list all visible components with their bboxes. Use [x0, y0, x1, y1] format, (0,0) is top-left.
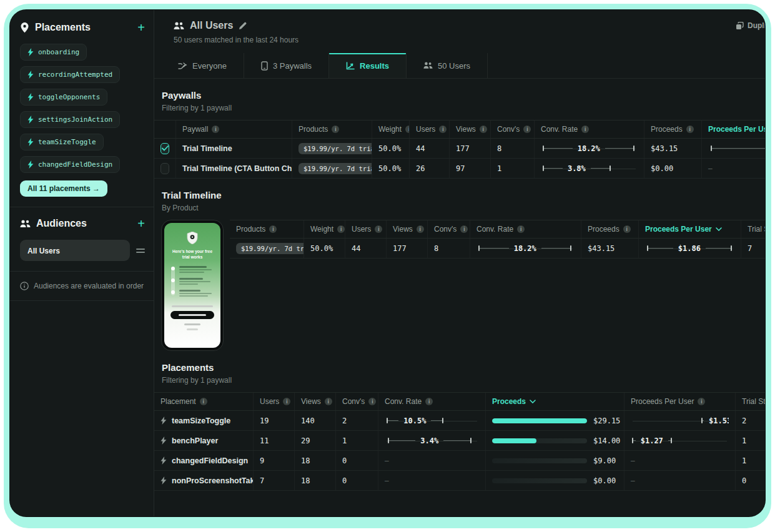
info-icon[interactable]: i — [480, 126, 487, 133]
table-row[interactable]: benchPlayer112913.4%$14.00$1.271 — [154, 431, 765, 451]
column-header[interactable]: Productsi — [292, 121, 372, 138]
table-cell: 2 — [735, 411, 765, 430]
table-cell: teamSizeToggle — [154, 411, 253, 430]
trial-steps — [169, 266, 215, 297]
table-cell: Trial Timeline — [175, 139, 292, 158]
info-icon[interactable]: i — [332, 126, 339, 133]
info-icon[interactable]: i — [417, 225, 424, 233]
column-header[interactable]: Conv. Ratei — [470, 220, 581, 238]
info-icon[interactable]: i — [698, 398, 705, 405]
placement-pill[interactable]: recordingAttempted — [20, 66, 120, 83]
split-icon — [178, 62, 187, 70]
column-header[interactable]: Usersi — [409, 121, 449, 138]
column-header[interactable]: Conv'si — [427, 220, 470, 238]
info-icon[interactable]: i — [686, 126, 694, 133]
info-icon[interactable]: i — [212, 126, 219, 133]
row-checkbox[interactable] — [160, 163, 169, 174]
placement-pill[interactable]: changedFieldDesign — [20, 156, 120, 173]
interval-value: 18.2% — [514, 244, 536, 253]
interval-value: 3.4% — [420, 436, 438, 445]
table-row[interactable]: $19.99/yr. 7d trial50.0%44177818.2%$43.1… — [230, 239, 765, 259]
table-cell: 18 — [294, 451, 335, 470]
column-header[interactable]: Proceeds Per User — [638, 220, 741, 238]
column-header[interactable]: Trial Starts — [741, 220, 765, 238]
add-placement-button[interactable]: + — [137, 21, 145, 34]
drag-handle-icon[interactable] — [136, 249, 145, 253]
column-header[interactable]: Weighti — [304, 220, 345, 238]
tab-results[interactable]: Results — [328, 53, 406, 78]
info-icon[interactable]: i — [283, 398, 290, 405]
tab-3-paywalls[interactable]: 3 Paywalls — [244, 53, 328, 78]
column-header-label: Proceeds — [492, 397, 526, 406]
column-header[interactable]: Viewsi — [294, 393, 335, 410]
info-icon[interactable]: i — [375, 225, 382, 233]
column-header[interactable]: Paywalli — [175, 121, 292, 138]
column-header[interactable]: Usersi — [253, 393, 294, 410]
all-placements-button[interactable]: All 11 placements → — [20, 180, 107, 197]
placement-pill[interactable]: teamSizeToggle — [20, 134, 104, 150]
info-icon[interactable]: i — [517, 225, 525, 233]
placement-pill-label: recordingAttempted — [38, 71, 112, 79]
column-header[interactable]: Conv'si — [335, 393, 378, 410]
column-header[interactable]: Viewsi — [449, 121, 490, 138]
column-header[interactable]: Usersi — [345, 220, 386, 238]
paywall-heading: Here's how your free trial works — [170, 249, 214, 260]
column-header[interactable]: Placementi — [154, 393, 253, 410]
table-row[interactable]: Trial Timeline$19.99/yr. 7d trial50.0%44… — [154, 139, 765, 159]
column-header[interactable]: Proceedsi — [581, 220, 638, 238]
column-header[interactable]: Proceedsi — [644, 121, 701, 138]
chevron-down-icon — [716, 227, 722, 231]
table-cell: Trial Timeline (CTA Button Change) — [175, 159, 292, 178]
column-header[interactable]: Trial Starts — [735, 393, 765, 410]
table-row[interactable]: nonProScreenshotTaken7180–$0.00–0 — [154, 471, 765, 491]
info-icon[interactable]: i — [368, 398, 376, 405]
column-header[interactable]: Conv. Ratei — [378, 393, 485, 410]
duplicate-button[interactable]: Duplicate — [736, 21, 765, 30]
cell-value: 2 — [342, 416, 347, 425]
info-icon[interactable]: i — [200, 398, 207, 405]
cell-value: 0 — [342, 476, 347, 485]
cell-value: 29 — [301, 436, 310, 445]
add-audience-button[interactable]: + — [137, 217, 145, 230]
column-header[interactable]: Proceeds Per Useri — [624, 393, 735, 410]
column-header-label: Conv's — [434, 225, 457, 234]
edit-pencil-icon[interactable] — [239, 22, 247, 30]
info-icon[interactable]: i — [425, 398, 433, 405]
interval-cap — [610, 165, 611, 171]
info-icon[interactable]: i — [460, 225, 468, 233]
main-panel: All Users 50 users matched in the last 2… — [154, 10, 765, 516]
column-header[interactable]: Conv'si — [490, 121, 534, 138]
info-icon[interactable]: i — [325, 398, 332, 405]
info-icon[interactable]: i — [581, 126, 589, 133]
column-header[interactable] — [154, 121, 175, 138]
placement-pill[interactable]: onboarding — [20, 44, 87, 61]
product-badge: $19.99/yr. 7d trial — [299, 163, 372, 174]
page-title: All Users — [190, 20, 233, 31]
sidebar-divider — [10, 271, 154, 272]
table-cell: 18.2% — [534, 139, 644, 158]
row-checkbox[interactable] — [160, 143, 169, 154]
audience-item-all-users[interactable]: All Users — [20, 240, 130, 261]
paywall-preview[interactable]: Here's how your free trial works — [154, 220, 230, 351]
product-badge: $19.99/yr. 7d trial — [236, 243, 304, 254]
placement-pill[interactable]: settingsJoinAction — [20, 111, 120, 128]
table-row[interactable]: teamSizeToggle19140210.5%$29.15$1.532 — [154, 411, 765, 431]
trial-timeline-title: Trial Timeline — [162, 190, 765, 200]
info-icon[interactable]: i — [337, 225, 345, 233]
info-icon[interactable]: i — [623, 225, 631, 233]
info-icon[interactable]: i — [439, 126, 447, 133]
cell-value: 97 — [456, 164, 465, 173]
column-header[interactable]: Productsi — [230, 220, 304, 238]
placement-pill[interactable]: toggleOpponents — [20, 89, 107, 106]
column-header[interactable]: Viewsi — [386, 220, 427, 238]
table-row[interactable]: Trial Timeline (CTA Button Change)$19.99… — [154, 159, 765, 179]
tab-50-users[interactable]: 50 Users — [406, 53, 488, 78]
table-row[interactable]: changedFieldDesign9180–$9.00–1 — [154, 451, 765, 471]
info-icon[interactable]: i — [523, 126, 531, 133]
info-icon[interactable]: i — [269, 225, 277, 233]
column-header[interactable]: Proceeds — [485, 393, 624, 410]
column-header[interactable]: Weighti — [372, 121, 409, 138]
column-header[interactable]: Conv. Ratei — [534, 121, 644, 138]
column-header[interactable]: Proceeds Per User — [701, 121, 765, 138]
tab-everyone[interactable]: Everyone — [161, 53, 244, 78]
